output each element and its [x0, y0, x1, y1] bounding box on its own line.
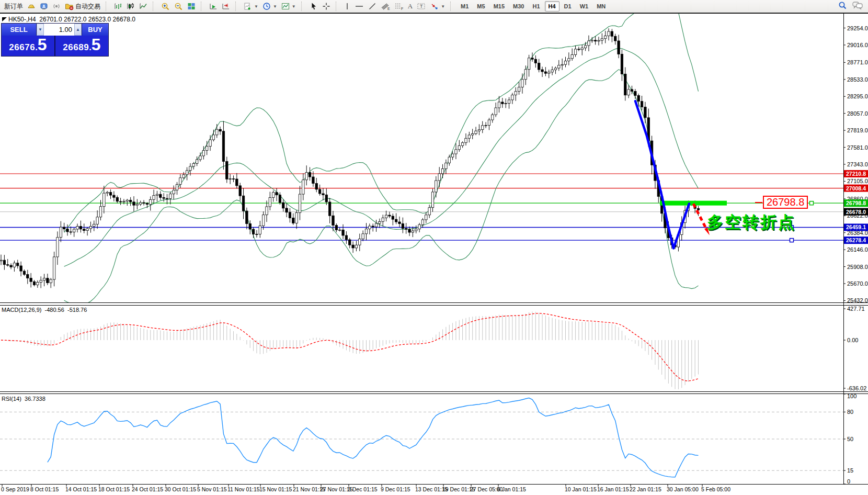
- timeframe-button-w1[interactable]: W1: [576, 1, 592, 12]
- tile-windows-icon: [187, 2, 196, 10]
- arrows-tool-button[interactable]: ▼: [428, 1, 447, 12]
- periods-button[interactable]: ▼: [260, 1, 279, 12]
- timeframe-button-m30[interactable]: M30: [509, 1, 528, 12]
- svg-text:-636.02: -636.02: [847, 385, 866, 391]
- timeframe-button-m15[interactable]: M15: [490, 1, 508, 12]
- sell-button[interactable]: SELL: [2, 24, 37, 36]
- autotrading-button[interactable]: 自动交易: [63, 1, 102, 12]
- price-axis[interactable]: 29254.029016.028771.028533.028295.028057…: [843, 25, 868, 485]
- bollinger-bands: [64, 0, 699, 305]
- text-label-tool[interactable]: T: [415, 1, 428, 12]
- macd-indicator-label: MACD(12,26,9) -480.56 -518.76: [2, 307, 87, 313]
- rsi-value: 36.7338: [25, 396, 45, 402]
- timeframe-button-mn[interactable]: MN: [593, 1, 609, 12]
- buy-button[interactable]: BUY: [82, 24, 108, 36]
- equidistant-channel-tool[interactable]: E: [379, 1, 392, 12]
- cursor-group: [307, 0, 333, 13]
- svg-text:28295.0: 28295.0: [847, 93, 868, 99]
- chart-frame: [0, 14, 868, 485]
- zoom-group: [159, 0, 198, 13]
- template-button[interactable]: ▼: [279, 1, 298, 12]
- autotrading-label: 自动交易: [75, 2, 100, 11]
- svg-text:427.71: 427.71: [847, 306, 865, 312]
- time-axis[interactable]: 0 Sep 20198 Oct 01:1514 Oct 01:1518 Oct …: [0, 486, 868, 495]
- mt4-terminal: { "toolbar": { "new_order_label": "新订单",…: [0, 0, 868, 495]
- time-axis-label: 24 Oct 01:15: [132, 486, 163, 492]
- trendline-tool[interactable]: [366, 1, 379, 12]
- time-axis-label: 5 Nov 01:15: [197, 486, 227, 492]
- terminal-monitor-icon: [40, 2, 48, 10]
- horizontal-line-tool[interactable]: [352, 1, 366, 12]
- timeframe-button-d1[interactable]: D1: [561, 1, 575, 12]
- toolbar-separator: [235, 2, 239, 11]
- new-order-label: 新订单: [4, 2, 23, 11]
- bar-chart-button[interactable]: [112, 1, 124, 12]
- autotrading-icon: [65, 2, 74, 10]
- fibonacci-tool[interactable]: F: [392, 1, 406, 12]
- buy-price[interactable]: 26689 . 5: [55, 36, 108, 56]
- indicators-button[interactable]: ▼: [242, 1, 260, 12]
- zoom-out-button[interactable]: [172, 1, 185, 12]
- svg-text:26278.4: 26278.4: [846, 237, 866, 243]
- svg-text:28057.0: 28057.0: [847, 110, 868, 117]
- cursor-tool-button[interactable]: [307, 1, 320, 12]
- svg-text:27343.0: 27343.0: [847, 161, 868, 167]
- zoom-in-button[interactable]: [159, 1, 172, 12]
- timeframe-button-h4[interactable]: H4: [545, 1, 559, 12]
- chevron-down-icon: ▼: [441, 4, 445, 9]
- sell-price[interactable]: 26676 . 5: [2, 36, 55, 56]
- candlestick-chart-button[interactable]: [124, 1, 137, 12]
- rsi-indicator-label: RSI(14) 36.7338: [2, 396, 45, 402]
- timeframe-button-m5[interactable]: M5: [473, 1, 488, 12]
- signal-icon: [52, 2, 61, 10]
- toolbar-separator: [450, 2, 454, 11]
- svg-text:T: T: [420, 4, 423, 9]
- channel-icon: E: [381, 2, 390, 10]
- toolbar-separator: [106, 2, 110, 11]
- chart-canvas[interactable]: 29254.029016.028771.028533.028295.028057…: [0, 0, 868, 495]
- timeframe-button-h1[interactable]: H1: [529, 1, 543, 12]
- line-chart-button[interactable]: [137, 1, 150, 12]
- vertical-line-tool[interactable]: [342, 1, 352, 12]
- auto-scroll-button[interactable]: [207, 1, 220, 12]
- chat-icon[interactable]: [852, 1, 863, 12]
- turning-point-annotation[interactable]: 多空转折点: [707, 211, 796, 233]
- volume-decrease-button[interactable]: ▼: [37, 24, 44, 36]
- terminal-button[interactable]: [38, 1, 50, 12]
- svg-text:29016.0: 29016.0: [847, 42, 868, 48]
- time-axis-label: 14 Oct 01:15: [65, 486, 97, 492]
- rsi-panel: [0, 398, 843, 477]
- time-axis-label: 5 Feb 05:00: [701, 486, 730, 492]
- volume-increase-button[interactable]: ▲: [74, 24, 82, 36]
- volume-input[interactable]: [44, 24, 74, 36]
- svg-text:100: 100: [847, 393, 856, 399]
- macd-value-signal: -518.76: [67, 307, 87, 313]
- chart-shift-button[interactable]: [220, 1, 232, 12]
- resistance-price-label[interactable]: 26798.8: [763, 196, 808, 209]
- svg-text:27210.8: 27210.8: [846, 171, 866, 177]
- time-axis-label: 0 Sep 2019: [1, 486, 29, 492]
- svg-text:25670.0: 25670.0: [847, 280, 868, 287]
- tile-windows-button[interactable]: [185, 1, 198, 12]
- text-tool[interactable]: A: [406, 1, 415, 12]
- crosshair-icon: [322, 2, 330, 10]
- auto-scroll-icon: [209, 2, 218, 10]
- svg-text:0: 0: [847, 478, 850, 485]
- signals-button[interactable]: [50, 1, 63, 12]
- new-order-button[interactable]: 新订单: [2, 1, 25, 12]
- time-axis-label: 30 Oct 01:15: [165, 486, 196, 492]
- template-icon: [281, 2, 290, 10]
- toolbar-separator: [201, 2, 205, 11]
- timeframe-group: M1M5M15M30H1H4D1W1MN: [456, 0, 610, 13]
- timeframe-button-m1[interactable]: M1: [457, 1, 472, 12]
- time-axis-label: 11 Nov 01:15: [227, 486, 260, 492]
- crosshair-tool-button[interactable]: [320, 1, 333, 12]
- chart-type-group: [112, 0, 150, 13]
- search-icon[interactable]: [838, 1, 847, 12]
- one-click-panel-toggle-icon[interactable]: [2, 17, 7, 21]
- svg-text:80: 80: [847, 409, 853, 415]
- candlesticks-layer: [0, 28, 700, 288]
- svg-text:25908.0: 25908.0: [847, 264, 868, 270]
- market-watch-button[interactable]: [25, 1, 38, 12]
- ohlc-close: 26678.0: [113, 16, 135, 23]
